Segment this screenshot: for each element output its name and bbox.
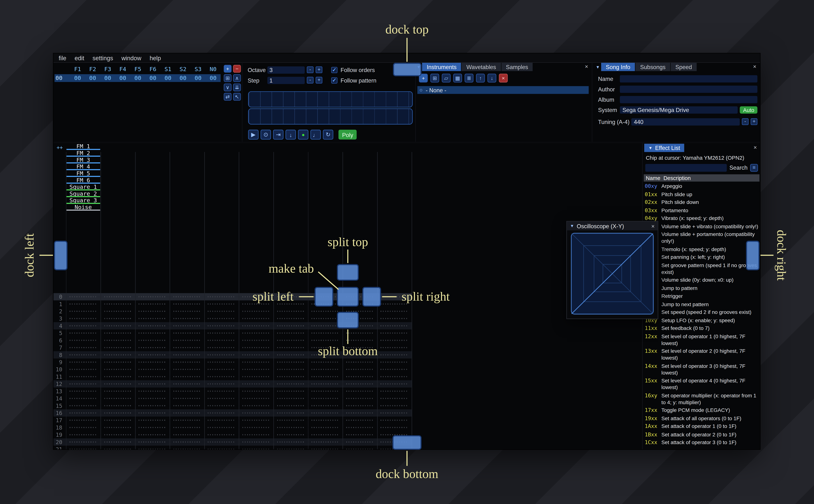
tab-samples[interactable]: Samples [501, 63, 533, 71]
effect-row[interactable]: 0FxxSet speed (speed 2 if no grooves exi… [644, 308, 759, 316]
pattern-cell[interactable] [342, 376, 377, 377]
pattern-cell[interactable] [170, 434, 204, 435]
pattern-cell[interactable] [308, 391, 343, 392]
effect-row[interactable]: 19xxSet attack of all operators (0 to 1F… [644, 414, 759, 422]
pattern-cell[interactable] [135, 449, 170, 449]
channel-header-fm-2[interactable]: FM 2 [66, 150, 101, 157]
pattern-cell[interactable] [273, 391, 308, 392]
pattern-row-14[interactable]: 14 [53, 395, 412, 402]
pattern-cell[interactable] [100, 333, 135, 334]
move-instrument-up-button[interactable]: ↑ [476, 74, 485, 83]
poly-toggle-button[interactable]: Poly [338, 130, 357, 140]
pattern-cell[interactable] [66, 354, 101, 356]
pattern-cell[interactable] [342, 412, 377, 414]
dock-target-top[interactable] [393, 63, 422, 76]
pattern-cell[interactable] [273, 412, 308, 414]
channel-header-square-3[interactable]: Square 3 [66, 197, 101, 204]
pattern-cell[interactable] [239, 318, 273, 319]
menu-edit[interactable]: edit [75, 55, 84, 61]
order-cell-f1[interactable]: 00 [70, 75, 85, 82]
effect-row[interactable]: 16xySet operator multiplier (x: operator… [644, 391, 759, 406]
pattern-cell[interactable] [377, 427, 412, 428]
pattern-cell[interactable] [239, 347, 273, 348]
move-cursor-down-button[interactable]: ↓ [285, 130, 296, 140]
pattern-cell[interactable] [342, 434, 377, 435]
tab-instruments[interactable]: Instruments [422, 63, 462, 71]
add-order-button[interactable]: + [224, 65, 231, 73]
pattern-cell[interactable] [170, 333, 204, 334]
pattern-cell[interactable] [170, 427, 204, 428]
channel-header-fm-6[interactable]: FM 6 [66, 177, 101, 184]
tuning-input[interactable]: 440 [631, 118, 740, 125]
pattern-cell[interactable] [170, 325, 204, 326]
pattern-cell[interactable] [66, 311, 101, 312]
pattern-cell[interactable] [273, 325, 308, 326]
effect-row[interactable]: 0DxxJump to next pattern [644, 300, 759, 308]
pattern-cell[interactable] [239, 405, 273, 406]
pattern-cell[interactable] [204, 333, 239, 334]
split-target-bottom[interactable] [337, 312, 359, 328]
pattern-cell[interactable] [377, 318, 412, 319]
pattern-cell[interactable] [342, 383, 377, 384]
pattern-cell[interactable] [135, 325, 170, 326]
octave-increase-button[interactable]: + [315, 66, 322, 73]
pattern-cell[interactable] [100, 434, 135, 435]
pattern-row-13[interactable]: 13 [53, 388, 412, 395]
pattern-cell[interactable] [66, 412, 101, 414]
play-button[interactable]: ▶ [248, 130, 258, 140]
pattern-cell[interactable] [100, 347, 135, 348]
pattern-cell[interactable] [204, 362, 239, 363]
move-order-down-button[interactable]: ∨ [224, 83, 231, 91]
edit-record-button[interactable]: ● [298, 130, 308, 140]
pattern-cell[interactable] [308, 362, 343, 363]
pattern-cell[interactable] [135, 434, 170, 435]
save-instrument-button[interactable]: ▦ [453, 74, 462, 83]
make-tab-target[interactable] [337, 287, 359, 307]
order-cell-f5[interactable]: 00 [130, 75, 145, 82]
pattern-cell[interactable] [273, 442, 308, 443]
channel-header-fm-1[interactable]: FM 1 [66, 143, 101, 150]
pattern-cell[interactable] [308, 340, 343, 341]
pattern-cell[interactable] [170, 449, 204, 449]
tab-subsongs[interactable]: Subsongs [635, 63, 670, 71]
pattern-cell[interactable] [308, 449, 343, 449]
effect-row[interactable]: 08xySet panning (x: left; y: right) [644, 253, 759, 261]
oscilloscope-window[interactable]: ▼ Oscilloscope (X-Y) × [567, 221, 658, 319]
pattern-cell[interactable] [100, 325, 135, 326]
name-input[interactable] [620, 75, 757, 82]
pattern-cell[interactable] [204, 391, 239, 392]
pattern-cell[interactable] [204, 442, 239, 443]
pattern-cell[interactable] [239, 449, 273, 449]
pattern-cell[interactable] [204, 427, 239, 428]
pattern-cell[interactable] [66, 333, 101, 334]
pattern-cell[interactable] [135, 354, 170, 356]
pattern-cell[interactable] [273, 318, 308, 319]
orders-selected-row[interactable]: 0000000000000000000000 [55, 74, 221, 82]
pattern-cell[interactable] [135, 412, 170, 414]
pattern-cell[interactable] [273, 383, 308, 384]
pattern-cell[interactable] [273, 398, 308, 399]
pattern-cell[interactable] [342, 362, 377, 363]
pattern-cell[interactable] [377, 340, 412, 341]
pattern-cell[interactable] [377, 405, 412, 406]
pattern-cell[interactable] [135, 391, 170, 392]
order-cell-f6[interactable]: 00 [145, 75, 160, 82]
instrument-organizer-button[interactable]: ≣ [465, 74, 474, 83]
pattern-cell[interactable] [66, 296, 101, 297]
pattern-cell[interactable] [100, 412, 135, 414]
pattern-cell[interactable] [135, 333, 170, 334]
pattern-cell[interactable] [377, 398, 412, 399]
pattern-cell[interactable] [100, 296, 135, 297]
order-change-mode-button[interactable]: ⇄ [224, 93, 231, 101]
pattern-row-18[interactable]: 18 [53, 424, 412, 431]
dock-target-left[interactable] [54, 241, 67, 270]
pattern-cell[interactable] [170, 296, 204, 297]
pattern-cell[interactable] [273, 420, 308, 421]
collapse-arrow-icon[interactable]: ▼ [595, 63, 601, 71]
menu-file[interactable]: file [59, 55, 66, 61]
pattern-row-5[interactable]: 5 [53, 329, 412, 337]
move-order-up-button[interactable]: ∧ [233, 74, 241, 82]
pattern-cell[interactable] [170, 391, 204, 392]
menu-settings[interactable]: settings [92, 55, 113, 61]
pattern-row-9[interactable]: 9 [53, 358, 412, 366]
